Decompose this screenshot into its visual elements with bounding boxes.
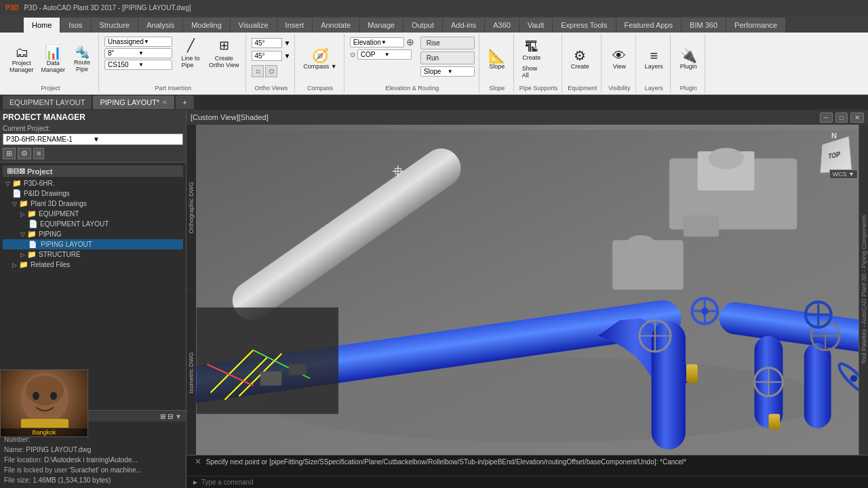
tab-performance[interactable]: Performance xyxy=(726,18,785,33)
tree-item-equipment-folder[interactable]: ▷ 📁 EQUIPMENT xyxy=(3,209,183,219)
ribbon-group-elevation-routing: Elevation ▼ ⊕ ⊙ COP ▼ Rise xyxy=(346,34,479,93)
equipment-create-button[interactable]: ⚙ Create xyxy=(568,47,592,72)
tree-item-label: P3D-6HR. xyxy=(24,180,55,187)
details-collapse-icon[interactable]: ⊟ xyxy=(167,413,173,420)
partinsertion-group-label: Part Insertion xyxy=(104,83,241,92)
webcam-panel: Bangkok xyxy=(0,410,88,437)
tree-item-pid[interactable]: 📄 P&ID Drawings xyxy=(3,188,183,199)
details-expand-icon[interactable]: ▼ xyxy=(175,413,182,420)
tab-expresstools[interactable]: Express Tools xyxy=(553,18,615,33)
viewport-minimize[interactable]: ─ xyxy=(820,113,833,123)
doc-tab-close[interactable]: ✕ xyxy=(162,99,167,106)
project-icon-grid[interactable]: ⊞ xyxy=(3,148,16,159)
file-icon: 📄 xyxy=(12,189,22,198)
tab-featuredapps[interactable]: Featured Apps xyxy=(616,18,682,33)
current-project-label: Current Project: xyxy=(3,125,183,132)
tree-item-label: PIPING xyxy=(39,230,62,238)
command-close-button[interactable]: ✕ xyxy=(192,457,204,466)
svg-rect-39 xyxy=(197,308,338,414)
tab-bim360[interactable]: BIM 360 xyxy=(682,18,726,33)
svg-rect-16 xyxy=(684,216,719,237)
assign-dropdown[interactable]: Unassigned ▼ xyxy=(104,37,172,47)
tab-isos[interactable]: Isos xyxy=(60,18,90,33)
right-tool-palette[interactable]: Tool Palettes - AutoCAD Plant 3D - Pipin… xyxy=(859,125,868,455)
angle-input-1[interactable] xyxy=(252,38,282,48)
svg-rect-4 xyxy=(21,419,68,428)
command-area: ✕ Specify next point or [pipeFitting/Siz… xyxy=(186,455,868,488)
tab-output[interactable]: Output xyxy=(403,18,442,33)
project-dropdown[interactable]: P3D-6HR-RENAME-1 ▼ xyxy=(3,134,183,145)
folder-icon: 📁 xyxy=(19,260,28,269)
tab-home[interactable]: Home xyxy=(24,18,60,33)
tab-modeling[interactable]: Modeling xyxy=(183,18,230,33)
layers-button[interactable]: ≡ Layers xyxy=(642,47,666,72)
svg-point-31 xyxy=(701,308,708,314)
cs150-input[interactable]: CS150 ▼ xyxy=(104,60,172,70)
tab-a360[interactable]: A360 xyxy=(485,18,519,33)
route-pipe-button[interactable]: 🔩 RoutePipe xyxy=(70,45,94,75)
ribbon-group-project: 🗂 ProjectManager 📊 DataManager 🔩 RoutePi… xyxy=(3,34,99,93)
command-input[interactable] xyxy=(201,479,865,486)
detail-name: Name: PIPING LAYOUT.dwg xyxy=(4,445,182,455)
doc-tab-equipment-layout[interactable]: EQUIPMENT LAYOUT xyxy=(3,96,92,109)
tab-vault[interactable]: Vault xyxy=(519,18,552,33)
view-button[interactable]: 👁 View xyxy=(607,47,631,72)
tab-analysis[interactable]: Analysis xyxy=(138,18,182,33)
slope-dropdown[interactable]: Slope ▼ xyxy=(420,66,475,77)
nav-cube-face[interactable]: TOP xyxy=(820,136,852,174)
tab-annotate[interactable]: Annotate xyxy=(313,18,359,33)
data-manager-button[interactable]: 📊 DataManager xyxy=(39,44,68,75)
create-ortho-view-button[interactable]: ⊞ CreateOrtho View xyxy=(206,37,241,70)
wcs-badge[interactable]: WCS ▼ xyxy=(829,169,858,179)
tree-item-label: Plant 3D Drawings xyxy=(31,200,87,207)
viewport-maximize[interactable]: □ xyxy=(835,113,848,123)
cop-dropdown[interactable]: COP ▼ xyxy=(357,49,412,60)
tab-visualize[interactable]: Visualize xyxy=(231,18,277,33)
title-text: P3D - AutoCAD Plant 3D 2017 - [PIPING LA… xyxy=(24,4,191,12)
viewport-3d[interactable]: Orthographic DWG Isometric DWG xyxy=(186,125,868,455)
elevation-icon: ⊕ xyxy=(406,37,414,47)
line-to-pipe-button[interactable]: ╱ Line toPipe xyxy=(177,37,204,70)
doc-tab-piping-layout[interactable]: PIPING LAYOUT* ✕ xyxy=(93,96,174,109)
tree-item-related-files[interactable]: ▷ 📁 Related Files xyxy=(3,260,183,270)
angle-input-2[interactable] xyxy=(252,51,282,61)
pipe-support-show-all-button[interactable]: ShowAll xyxy=(519,64,544,80)
tab-addins[interactable]: Add-ins xyxy=(443,18,484,33)
tree-item-p3d[interactable]: ▽ 📁 P3D-6HR. xyxy=(3,178,183,188)
title-bar: P3D P3D - AutoCAD Plant 3D 2017 - [PIPIN… xyxy=(0,0,868,15)
project-manager-button[interactable]: 🗂 ProjectManager xyxy=(7,44,37,75)
angle-arrow-1[interactable]: ▼ xyxy=(283,39,290,47)
run-button[interactable]: Run xyxy=(420,52,475,64)
details-grid-icon[interactable]: ⊞ xyxy=(160,413,165,420)
pipe-support-create-button[interactable]: 🏗 Create xyxy=(519,39,544,63)
compass-button[interactable]: 🧭 Compass ▼ xyxy=(300,47,339,72)
plugin-button[interactable]: 🔌 Plugin xyxy=(676,47,701,72)
viewport-close[interactable]: ✕ xyxy=(850,113,864,123)
tab-structure[interactable]: Structure xyxy=(92,18,138,33)
tree-item-plant3d[interactable]: ▽ 📁 Plant 3D Drawings xyxy=(3,199,183,209)
elevation-dropdown[interactable]: Elevation ▼ xyxy=(350,37,404,47)
slope-button[interactable]: 📐 Slope xyxy=(485,47,509,72)
tree-item-piping-layout[interactable]: 📄 PIPING LAYOUT xyxy=(3,239,183,249)
tab-insert[interactable]: Insert xyxy=(277,18,313,33)
expand-icon: ▽ xyxy=(20,231,25,238)
new-tab-button[interactable]: + xyxy=(176,96,193,109)
ribbon-content: 🗂 ProjectManager 📊 DataManager 🔩 RoutePi… xyxy=(0,33,868,95)
project-icon-more[interactable]: ≡ xyxy=(33,148,44,159)
expand-icon: ▷ xyxy=(12,262,17,268)
ortho-icon-2[interactable]: ⬡ xyxy=(265,65,277,77)
size-input[interactable]: 8" ▼ xyxy=(104,48,172,58)
tree-item-piping-folder[interactable]: ▽ 📁 PIPING xyxy=(3,229,183,239)
project-icons: ⊞ ⚙ ≡ xyxy=(3,148,183,159)
svg-point-18 xyxy=(627,235,655,252)
nav-cube[interactable]: N TOP WCS ▼ xyxy=(810,131,858,179)
tree-section-icons: ⊞⊟⊠ xyxy=(7,167,25,176)
tab-manage[interactable]: Manage xyxy=(359,18,403,33)
rise-button[interactable]: Rise xyxy=(420,37,475,49)
command-output-text: Specify next point or [pipeFitting/Size/… xyxy=(206,458,686,466)
angle-arrow-2[interactable]: ▼ xyxy=(283,52,290,60)
ortho-icon-1[interactable]: □ xyxy=(252,65,264,77)
tree-item-structure-folder[interactable]: ▷ 📁 STRUCTURE xyxy=(3,249,183,260)
tree-item-equip-layout[interactable]: 📄 EQUIPMENT LAYOUT xyxy=(3,219,183,229)
project-icon-config[interactable]: ⚙ xyxy=(18,148,31,159)
